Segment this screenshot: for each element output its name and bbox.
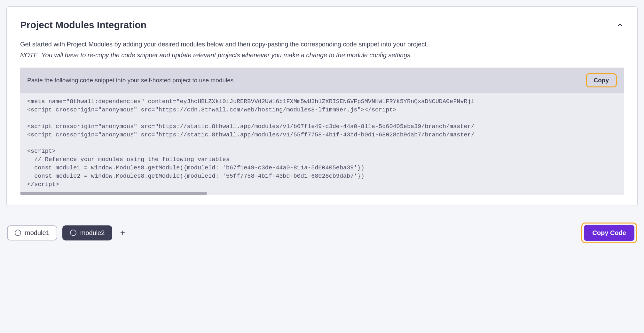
code-line: <script crossorigin="anonymous" src="htt…: [27, 132, 475, 138]
code-line: const module1 = window.Modules8.getModul…: [27, 165, 365, 171]
chevron-up-icon[interactable]: [616, 21, 624, 29]
module-tab-module2[interactable]: module2: [62, 225, 113, 240]
circle-icon: [70, 230, 76, 236]
integration-panel: Project Modules Integration Get started …: [6, 6, 638, 206]
scrollbar-thumb[interactable]: [20, 192, 207, 195]
intro-text: Get started with Project Modules by addi…: [20, 39, 624, 49]
circle-icon: [15, 230, 21, 236]
panel-title: Project Modules Integration: [20, 20, 146, 30]
code-header-text: Paste the following code snippet into yo…: [27, 77, 235, 84]
code-line: <script crossorigin="anonymous" src="htt…: [27, 107, 397, 113]
module-tab-module1[interactable]: module1: [7, 225, 57, 240]
code-line: <meta name="8thwall:dependencies" conten…: [27, 98, 475, 105]
note-text: NOTE: You will have to re-copy the code …: [20, 50, 624, 60]
code-line: // Reference your modules using the foll…: [27, 156, 230, 163]
bottom-bar: module1 module2 + Copy Code: [6, 223, 638, 243]
code-line: </script>: [27, 181, 59, 188]
copy-code-button[interactable]: Copy Code: [584, 225, 634, 241]
copy-button[interactable]: Copy: [586, 73, 617, 87]
module-tab-label: module1: [25, 229, 50, 237]
panel-header: Project Modules Integration: [20, 20, 624, 30]
copy-code-highlight: Copy Code: [581, 223, 637, 243]
code-line: <script crossorigin="anonymous" src="htt…: [27, 123, 475, 130]
plus-icon: +: [120, 228, 125, 238]
code-scrollbar[interactable]: [20, 192, 624, 195]
code-line: const module2 = window.Modules8.getModul…: [27, 173, 365, 180]
code-header: Paste the following code snippet into yo…: [20, 68, 624, 93]
module-tab-label: module2: [80, 229, 105, 237]
module-tabs: module1 module2 +: [7, 225, 128, 240]
code-line: <script>: [27, 148, 56, 155]
code-content[interactable]: <meta name="8thwall:dependencies" conten…: [20, 93, 624, 192]
add-module-button[interactable]: +: [117, 227, 128, 239]
code-block: Paste the following code snippet into yo…: [20, 68, 624, 195]
